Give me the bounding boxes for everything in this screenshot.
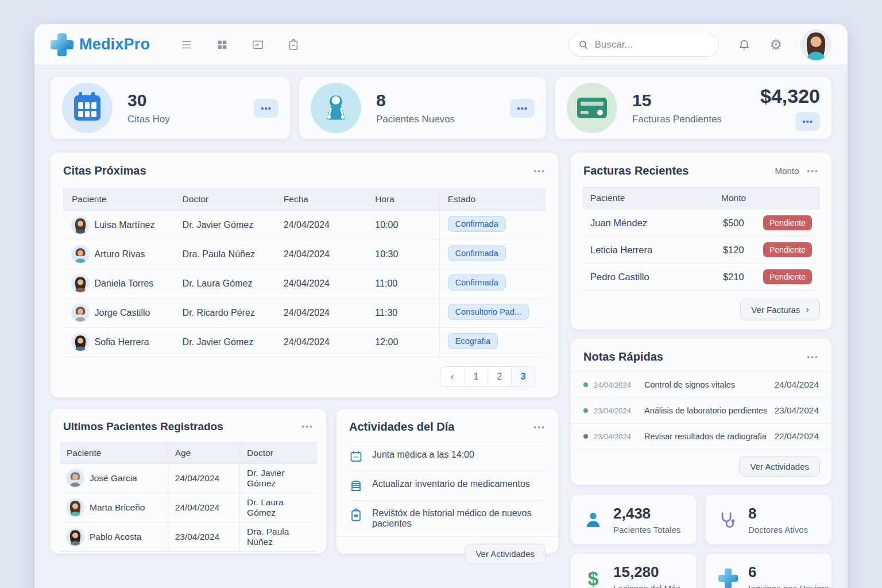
view-invoices-button[interactable]: Ver Facturas› bbox=[740, 299, 820, 320]
note-date: 22/04/2024 bbox=[774, 431, 819, 442]
panel-menu-icon[interactable]: ••• bbox=[301, 422, 314, 431]
status-badge[interactable]: Confirmada bbox=[448, 245, 506, 261]
panel-menu-icon[interactable]: ••• bbox=[807, 167, 819, 176]
stat-menu-button[interactable]: ••• bbox=[795, 112, 820, 131]
settings-gear-icon[interactable]: ⚙ bbox=[769, 38, 782, 52]
pending-badge[interactable]: Pendiente bbox=[763, 215, 812, 230]
stat-label: Citas Hoy bbox=[127, 114, 170, 125]
panel-menu-icon[interactable]: ••• bbox=[807, 353, 819, 362]
patient-avatar bbox=[72, 304, 89, 322]
registered-date: 24/04/2024 bbox=[168, 464, 239, 493]
user-icon bbox=[583, 510, 603, 529]
table-row[interactable]: José Garcia 24/04/2024 Dr. Javier Gómez bbox=[60, 464, 317, 493]
registered-date: 24/04/2024 bbox=[168, 493, 239, 523]
activity-text: Junta médica a las 14:00 bbox=[372, 450, 474, 460]
user-avatar[interactable] bbox=[800, 29, 831, 60]
pending-amount: $4,320 bbox=[760, 85, 820, 107]
mini-stat-label: Laciones del Más bbox=[613, 583, 680, 588]
menu-icon[interactable] bbox=[180, 38, 194, 52]
table-row[interactable]: Jorge Castillo Dr. Ricardo Pérez 24/04/2… bbox=[64, 299, 546, 328]
mini-stat-clinics: 6 Iaquinos nes Raviera bbox=[706, 554, 831, 588]
table-row[interactable]: Daniela Torres Dr. Laura Gómez 24/04/202… bbox=[64, 269, 546, 299]
search-input[interactable] bbox=[594, 39, 698, 51]
status-badge[interactable]: Confirmada bbox=[448, 274, 506, 291]
patient-avatar bbox=[67, 528, 84, 546]
pending-badge[interactable]: Pendiente bbox=[763, 242, 812, 257]
note-text: Control de signos vitales bbox=[644, 380, 768, 389]
note-date-small: 24/04/2024 bbox=[594, 381, 639, 389]
stat-card-new-patients: 8 Pacientes Nuevos ••• bbox=[299, 77, 546, 139]
panel-menu-icon[interactable]: ••• bbox=[533, 167, 546, 176]
apps-grid-icon[interactable] bbox=[215, 38, 229, 52]
patient-name: José Garcia bbox=[90, 473, 137, 483]
invoices-sort-label[interactable]: Monto bbox=[775, 166, 799, 176]
stat-menu-button[interactable]: ••• bbox=[510, 99, 535, 118]
note-item[interactable]: 23/04/2024 Análisis de laboratorio perdi… bbox=[571, 397, 831, 423]
activity-item[interactable]: Revištóx de historial médico de nuevos p… bbox=[349, 500, 546, 536]
activity-item[interactable]: Actualizar inventario de medicamentos bbox=[349, 471, 546, 500]
invoice-row[interactable]: Pedro Castillo $210 Pendiente bbox=[582, 263, 820, 290]
stats-row: 30 Citas Hoy ••• 8 Pacientes Nuevos ••• bbox=[51, 77, 831, 139]
note-date: 23/04/2024 bbox=[774, 405, 819, 416]
view-activities-button[interactable]: Ver Actividades bbox=[739, 457, 820, 477]
notifications-bell-icon[interactable] bbox=[737, 38, 751, 52]
activity-item[interactable]: Junta médica a las 14:00 bbox=[349, 442, 546, 471]
invoice-row[interactable]: Leticia Herrera $120 Pendiente bbox=[582, 236, 820, 263]
appointment-time: 11:00 bbox=[367, 269, 439, 299]
pagination-page-3-active[interactable]: 3 bbox=[511, 367, 535, 386]
table-row[interactable]: Marta Briceño 24/04/2024 Dr. Laura Gómez bbox=[60, 493, 317, 523]
patient-name: Pedro Castillo bbox=[590, 272, 649, 283]
status-badge[interactable]: Consultorio Pad... bbox=[448, 304, 529, 320]
table-row[interactable]: Arturo Rivas Dra. Paula Núñez 24/04/2024… bbox=[64, 240, 546, 269]
note-text: Revisar resultados de radiografia bbox=[644, 432, 768, 441]
patient-avatar bbox=[72, 216, 89, 234]
registered-date: 23/04/2024 bbox=[168, 523, 239, 552]
pagination-prev-icon[interactable]: ‹ bbox=[440, 367, 464, 386]
pagination-page-1[interactable]: 1 bbox=[464, 367, 488, 386]
pagination-page-2[interactable]: 2 bbox=[488, 367, 511, 386]
medical-cross-icon bbox=[718, 568, 738, 588]
appointment-time: 10:30 bbox=[367, 240, 439, 269]
note-text: Análisis de laboratorio perdientes bbox=[644, 406, 768, 415]
mini-stat-label: Doctores Ativos bbox=[748, 525, 808, 535]
table-row[interactable]: Luisa Martínez Dr. Javier Gómez 24/04/20… bbox=[64, 211, 546, 240]
doctor-name: Dr. Laura Gómez bbox=[240, 493, 317, 523]
panel-title: Notas Rápidas bbox=[583, 350, 663, 363]
inventory-icon bbox=[349, 479, 363, 493]
clipboard-icon[interactable] bbox=[287, 38, 300, 52]
doctor-name: Dr. Javier Gómez bbox=[240, 464, 317, 493]
status-badge[interactable]: Ecografia bbox=[448, 333, 498, 349]
message-icon[interactable] bbox=[251, 38, 265, 52]
stat-menu-button[interactable]: ••• bbox=[254, 99, 278, 118]
pending-badge[interactable]: Pendiente bbox=[763, 269, 812, 284]
table-row[interactable]: Pablo Acosta 23/04/2024 Dra. Paula Núñez bbox=[60, 523, 317, 552]
calendar-icon bbox=[62, 83, 113, 133]
panel-title: Ultimos Pacientes Registrados bbox=[63, 420, 223, 433]
invoice-row[interactable]: Juan Méndez $500 Pendiente bbox=[582, 209, 820, 236]
panel-menu-icon[interactable]: ••• bbox=[533, 423, 546, 432]
note-item[interactable]: 23/04/2024 Revisar resultados de radiogr… bbox=[571, 423, 831, 449]
patient-name: Daniela Torres bbox=[95, 278, 154, 289]
panel-title: Citas Próximas bbox=[63, 164, 146, 177]
view-activities-button[interactable]: Ver Actividades bbox=[465, 544, 546, 564]
app-logo[interactable]: MedixPro bbox=[51, 33, 150, 56]
search-bar[interactable] bbox=[568, 33, 719, 57]
status-badge[interactable]: Confirmada bbox=[448, 216, 506, 232]
stat-card-appointments: 30 Citas Hoy ••• bbox=[51, 77, 290, 139]
medical-cross-logo-icon bbox=[51, 33, 74, 56]
mini-stats-grid: 2,438 Pacientes Totales 8 Doctores Ativo… bbox=[571, 495, 831, 588]
search-icon bbox=[578, 40, 589, 50]
status-dot-icon bbox=[583, 382, 588, 387]
stethoscope-icon bbox=[718, 510, 738, 529]
appointments-table: Paciente Doctor Fecha Hora Estado Luisa … bbox=[63, 188, 546, 357]
stat-card-pending-invoices: 15 Facturas Pendientes $4,320 ••• bbox=[555, 77, 831, 139]
recent-invoices-panel: Facturas Recientes Monto ••• Paciente Mo… bbox=[571, 153, 831, 330]
table-row[interactable]: Sofia Herrera Dr. Javier Gómez 24/04/202… bbox=[64, 328, 546, 357]
stat-label: Pacientes Nuevos bbox=[376, 114, 455, 125]
note-item[interactable]: 24/04/2024 Control de signos vitales 24/… bbox=[571, 372, 831, 397]
mini-stat-value: 8 bbox=[748, 505, 808, 523]
invoice-amount: $500 bbox=[723, 218, 763, 229]
column-header: Paciente bbox=[64, 188, 175, 211]
credit-card-icon bbox=[567, 83, 617, 133]
invoice-amount: $210 bbox=[723, 272, 763, 283]
